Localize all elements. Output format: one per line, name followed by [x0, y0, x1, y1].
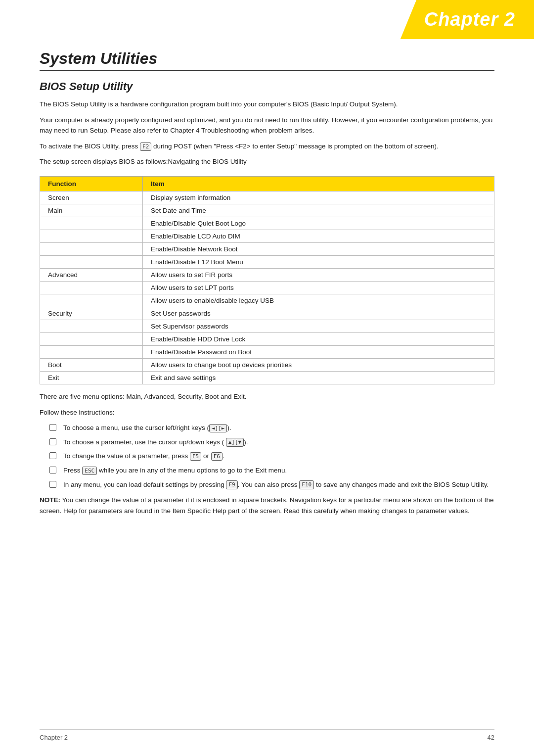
table-cell-item: Enable/Disable Quiet Boot Logo — [142, 217, 494, 230]
instruction-text: To change the value of a parameter, pres… — [63, 451, 224, 462]
instruction-item: To change the value of a parameter, pres… — [49, 451, 494, 462]
page-title: System Utilities — [40, 49, 494, 68]
table-cell-function: Advanced — [40, 268, 143, 281]
paragraph-1: The BIOS Setup Utility is a hardware con… — [40, 99, 494, 110]
table-cell-function — [40, 345, 143, 358]
table-header-item: Item — [142, 176, 494, 191]
table-cell-function — [40, 332, 143, 345]
bullet-checkbox — [49, 438, 56, 445]
title-divider — [40, 70, 494, 71]
table-cell-function: Main — [40, 204, 143, 217]
table-cell-function: Boot — [40, 358, 143, 371]
bullet-checkbox — [49, 452, 56, 459]
instruction-item: To choose a parameter, use the cursor up… — [49, 437, 494, 448]
table-cell-item: Allow users to set FIR ports — [142, 268, 494, 281]
bios-table: Function Item ScreenDisplay system infor… — [40, 176, 494, 384]
section-title: BIOS Setup Utility — [40, 80, 494, 93]
table-cell-function — [40, 255, 143, 268]
table-cell-function — [40, 320, 143, 332]
table-row: Set Supervisor passwords — [40, 320, 494, 332]
table-row: Enable/Disable HDD Drive Lock — [40, 332, 494, 345]
table-row: Enable/Disable LCD Auto DIM — [40, 230, 494, 242]
table-cell-item: Set Date and Time — [142, 204, 494, 217]
page-content: System Utilities BIOS Setup Utility The … — [0, 0, 534, 546]
table-cell-item: Enable/Disable Password on Boot — [142, 345, 494, 358]
table-row: Enable/Disable Network Boot — [40, 242, 494, 255]
paragraph-4: The setup screen displays BIOS as follow… — [40, 156, 494, 167]
table-cell-item: Allow users to set LPT ports — [142, 281, 494, 294]
key-icon: ESC — [82, 467, 97, 475]
instruction-item: In any menu, you can load default settin… — [49, 479, 494, 490]
note-text-body: You can change the value of a parameter … — [40, 496, 494, 515]
table-cell-item: Set Supervisor passwords — [142, 320, 494, 332]
table-cell-function: Security — [40, 307, 143, 320]
table-cell-function: Exit — [40, 371, 143, 384]
menu-note: There are five menu options: Main, Advan… — [40, 391, 494, 402]
table-row: ExitExit and save settings — [40, 371, 494, 384]
f2-key-icon: F2 — [140, 142, 151, 151]
paragraph-2: Your computer is already properly config… — [40, 115, 494, 136]
key-icon: F9 — [226, 480, 237, 489]
instruction-text: To choose a parameter, use the cursor up… — [63, 437, 248, 448]
table-header-function: Function — [40, 176, 143, 191]
key-icon: F10 — [299, 480, 314, 489]
chapter-tab-text: Chapter 2 — [424, 9, 515, 30]
instruction-item: Press ESC while you are in any of the me… — [49, 465, 494, 476]
table-cell-function — [40, 242, 143, 255]
table-row: ScreenDisplay system information — [40, 191, 494, 204]
table-row: Allow users to set LPT ports — [40, 281, 494, 294]
bullet-checkbox — [49, 467, 56, 473]
table-cell-function — [40, 294, 143, 307]
key-icon: F6 — [211, 452, 222, 461]
table-cell-item: Set User passwords — [142, 307, 494, 320]
table-cell-function: Screen — [40, 191, 143, 204]
table-cell-item: Display system information — [142, 191, 494, 204]
bullet-checkbox — [49, 424, 56, 431]
table-row: AdvancedAllow users to set FIR ports — [40, 268, 494, 281]
key-icon: F5 — [190, 452, 201, 461]
table-row: Enable/Disable Password on Boot — [40, 345, 494, 358]
footer-page-number: 42 — [488, 734, 494, 741]
table-cell-function — [40, 217, 143, 230]
footer-chapter: Chapter 2 — [40, 734, 68, 741]
instructions-list: To choose a menu, use the cursor left/ri… — [49, 423, 494, 490]
bullet-checkbox — [49, 481, 56, 488]
table-cell-item: Allow users to change boot up devices pr… — [142, 358, 494, 371]
table-row: Allow users to enable/disable legacy USB — [40, 294, 494, 307]
instruction-text: In any menu, you can load default settin… — [63, 479, 489, 490]
table-cell-item: Enable/Disable Network Boot — [142, 242, 494, 255]
instruction-text: To choose a menu, use the cursor left/ri… — [63, 423, 231, 433]
note-paragraph: NOTE: You can change the value of a para… — [40, 495, 494, 516]
table-cell-item: Allow users to enable/disable legacy USB — [142, 294, 494, 307]
table-header-row: Function Item — [40, 176, 494, 191]
table-cell-item: Exit and save settings — [142, 371, 494, 384]
table-cell-function — [40, 281, 143, 294]
table-row: MainSet Date and Time — [40, 204, 494, 217]
page-footer: Chapter 2 42 — [40, 729, 494, 741]
table-cell-item: Enable/Disable LCD Auto DIM — [142, 230, 494, 242]
paragraph-3: To activate the BIOS Utility, press F2 d… — [40, 141, 494, 152]
table-cell-item: Enable/Disable F12 Boot Menu — [142, 255, 494, 268]
table-row: Enable/Disable F12 Boot Menu — [40, 255, 494, 268]
table-cell-item: Enable/Disable HDD Drive Lock — [142, 332, 494, 345]
instruction-item: To choose a menu, use the cursor left/ri… — [49, 423, 494, 433]
table-row: SecuritySet User passwords — [40, 307, 494, 320]
key-icon: ◄][► — [209, 424, 227, 432]
instruction-text: Press ESC while you are in any of the me… — [63, 465, 287, 476]
key-icon: ▲][▼ — [226, 438, 244, 446]
table-row: Enable/Disable Quiet Boot Logo — [40, 217, 494, 230]
table-cell-function — [40, 230, 143, 242]
note-bold-label: NOTE: — [40, 496, 60, 504]
follow-label: Follow these instructions: — [40, 407, 494, 418]
table-row: BootAllow users to change boot up device… — [40, 358, 494, 371]
chapter-tab: Chapter 2 — [400, 0, 534, 39]
